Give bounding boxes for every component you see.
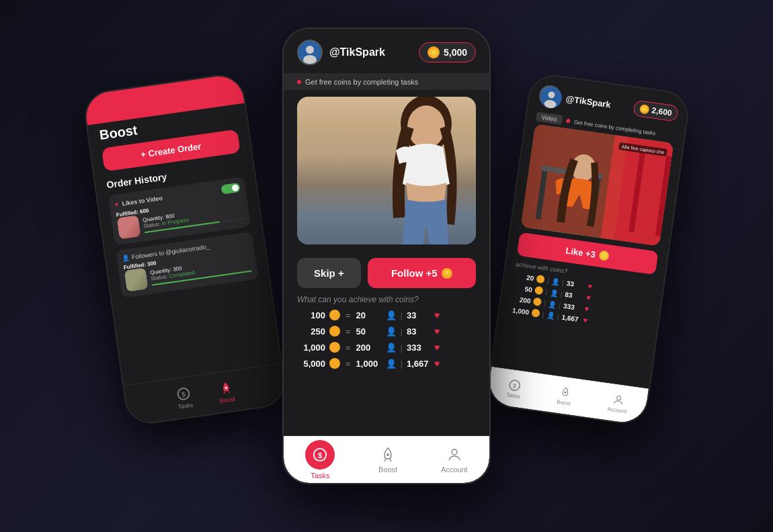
center-nav-tasks[interactable]: $ Tasks xyxy=(305,440,335,480)
right-person-3: 👤 xyxy=(546,311,555,320)
phones-container: Boost + Create Order Order History ♥ Lik… xyxy=(84,14,689,518)
coins-0: 100 xyxy=(297,310,325,320)
skip-button[interactable]: Skip + xyxy=(297,258,361,288)
coins-row-2: 1,000 = 200 👤 | 333 ♥ xyxy=(297,342,476,353)
task-image xyxy=(297,97,476,245)
video-image-container: Alla fine capisco che xyxy=(521,124,674,246)
right-coin-2 xyxy=(533,297,542,306)
woman-figure xyxy=(362,97,476,245)
svg-text:$: $ xyxy=(512,382,516,390)
red-dot xyxy=(297,80,301,84)
dollar-icon: $ xyxy=(175,385,192,402)
left-nav-boost[interactable]: Boost xyxy=(217,380,236,404)
center-nav-account[interactable]: Account xyxy=(441,446,468,474)
coin-med-2 xyxy=(329,342,340,353)
svg-text:$: $ xyxy=(181,390,186,398)
coins-row-0: 100 = 20 👤 | 33 ♥ xyxy=(297,310,476,320)
boost-screen: Boost + Create Order Order History ♥ Lik… xyxy=(83,73,287,425)
right-person-2: 👤 xyxy=(548,300,557,308)
order-1-toggle[interactable] xyxy=(220,183,241,195)
svg-point-4 xyxy=(306,46,314,54)
phone-left: Boost + Create Order Order History ♥ Lik… xyxy=(81,72,288,427)
coin-med-1 xyxy=(329,326,340,337)
video-username: @TikSpark xyxy=(565,93,612,109)
order-1-avatar-img xyxy=(117,215,141,239)
followers-0: 20 xyxy=(356,310,382,320)
right-nav-tasks-label: Tasks xyxy=(506,392,521,400)
right-person-0: 👤 xyxy=(551,277,560,285)
person-1: 👤 xyxy=(386,326,397,337)
order-2-avatar-img xyxy=(124,267,149,292)
svg-point-10 xyxy=(386,453,389,456)
svg-point-7 xyxy=(407,105,445,148)
task-image-container xyxy=(297,97,476,245)
followers-2: 200 xyxy=(356,343,382,353)
tasks-header-left: @TikSpark xyxy=(297,40,385,65)
phone-right: @TikSpark 🪙 2,600 Video Get free coins b… xyxy=(485,72,691,427)
order-2-avatar xyxy=(124,267,149,292)
left-nav-tasks-label: Tasks xyxy=(177,401,194,410)
achieve-title: What can you achieve with coins? xyxy=(284,295,489,310)
right-heart-0: ♥ xyxy=(587,282,593,291)
coins-row-1: 250 = 50 👤 | 83 ♥ xyxy=(297,326,476,337)
coins-3: 5,000 xyxy=(297,359,325,369)
tasks-header: @TikSpark 🪙 5,000 xyxy=(284,29,489,74)
coins-badge: 🪙 5,000 xyxy=(419,42,476,62)
center-nav-boost[interactable]: Boost xyxy=(378,446,397,474)
phone-center: @TikSpark 🪙 5,000 Get free coins by comp… xyxy=(282,28,491,484)
red-dot-video xyxy=(566,119,571,124)
coin-icon-header: 🪙 xyxy=(428,46,440,58)
video-coins-badge: 🪙 2,600 xyxy=(633,100,679,122)
heart-0: ♥ xyxy=(434,310,440,320)
heart-icon-1: ♥ xyxy=(114,201,119,208)
coin-icon-like: 🪙 xyxy=(598,250,610,261)
video-screen: @TikSpark 🪙 2,600 Video Get free coins b… xyxy=(487,73,690,425)
like-button-label: Like +3 xyxy=(565,245,596,259)
person-icon-2: 👤 xyxy=(122,255,130,262)
right-heart-2: ♥ xyxy=(584,304,589,313)
right-nav-boost[interactable]: Boost xyxy=(557,385,573,406)
heart-3: ♥ xyxy=(434,358,440,369)
right-nav-account-label: Account xyxy=(607,406,627,414)
center-nav-account-label: Account xyxy=(441,466,468,474)
gym-figure xyxy=(521,124,674,246)
person-icon-right xyxy=(612,393,625,406)
tasks-avatar xyxy=(297,40,323,65)
right-nav-tasks[interactable]: $ Tasks xyxy=(506,378,522,400)
followers-1: 50 xyxy=(356,326,382,337)
likes-0: 33 xyxy=(407,310,430,320)
svg-text:$: $ xyxy=(318,451,322,459)
tasks-username: @TikSpark xyxy=(329,46,385,58)
right-bottom-nav: $ Tasks Boost Account xyxy=(487,367,649,425)
center-bottom-nav: $ Tasks Boost xyxy=(284,436,489,483)
svg-point-11 xyxy=(452,449,457,455)
follow-button[interactable]: Follow +5 🪙 xyxy=(368,258,476,288)
center-nav-boost-label: Boost xyxy=(378,466,397,474)
right-heart-1: ♥ xyxy=(585,293,591,302)
coin-icon-follow: 🪙 xyxy=(442,268,452,279)
tasks-screen: @TikSpark 🪙 5,000 Get free coins by comp… xyxy=(284,29,489,483)
free-coins-bar: Get free coins by completing tasks xyxy=(284,74,489,90)
left-bottom-nav: $ Tasks Boost xyxy=(124,363,286,425)
left-nav-tasks[interactable]: $ Tasks xyxy=(175,385,194,410)
likes-3: 1,667 xyxy=(407,359,430,369)
tasks-active-circle: $ xyxy=(305,440,335,470)
right-nav-boost-label: Boost xyxy=(557,398,571,406)
coin-icon-video: 🪙 xyxy=(639,104,650,115)
svg-point-27 xyxy=(616,396,621,400)
likes-1: 83 xyxy=(407,326,430,337)
coins-table: 100 = 20 👤 | 33 ♥ 250 = 50 👤 | 83 xyxy=(284,310,489,436)
coin-med-0 xyxy=(329,310,340,320)
video-coins-value: 2,600 xyxy=(651,105,673,118)
order-1-avatar xyxy=(117,215,141,239)
task-action-buttons: Skip + Follow +5 🪙 xyxy=(297,258,476,288)
coins-value: 5,000 xyxy=(444,47,467,58)
right-coin-0 xyxy=(536,275,545,284)
rocket-icon-right xyxy=(559,386,572,399)
person-icon-center xyxy=(446,446,463,463)
coins-row-3: 5,000 = 1,000 👤 | 1,667 ♥ xyxy=(297,358,476,369)
boost-order-history: Order History ♥ Likes to Video Fulfilled… xyxy=(95,159,270,305)
right-nav-account[interactable]: Account xyxy=(607,392,629,414)
rocket-icon-left xyxy=(217,380,234,396)
svg-point-26 xyxy=(564,391,566,393)
